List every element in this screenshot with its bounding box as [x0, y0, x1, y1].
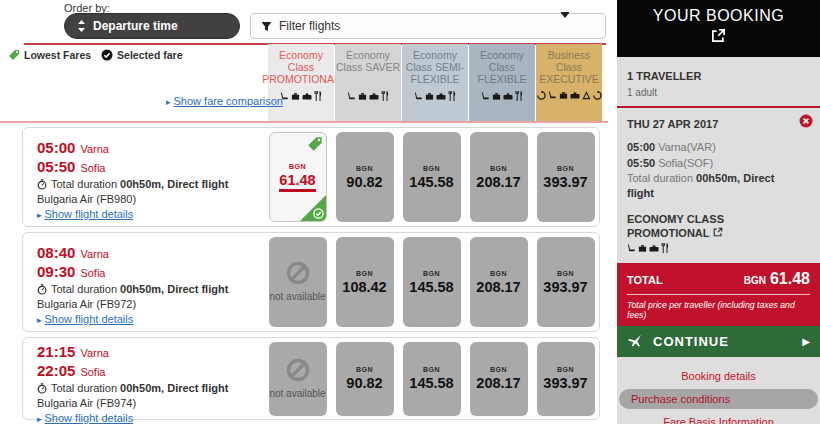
duration-row: Total duration 00h50m, Direct flight	[37, 381, 264, 396]
arrival-city: Sofia	[80, 162, 105, 174]
amenity-icons	[481, 91, 523, 101]
column-title-line: FLEXIBLE	[477, 73, 526, 85]
flight-date: THU 27 APR 2017	[627, 118, 810, 130]
column-title-line: Economy	[406, 49, 464, 61]
green-tag-icon	[8, 49, 24, 61]
fare-tile[interactable]: BGN90.82	[336, 342, 394, 416]
total-label: TOTAL	[627, 274, 744, 286]
filter-flights-dropdown[interactable]: Filter flights	[250, 13, 606, 39]
column-title-line: Economy	[477, 49, 526, 61]
fare-tile-selected[interactable]: BGN 61.48	[269, 132, 327, 222]
booking-departure-place: Varna(VAR)	[658, 141, 716, 153]
seat-icon	[414, 92, 423, 101]
fare-tile[interactable]: BGN208.17	[470, 237, 528, 327]
column-title-line: PROMOTIONAL	[262, 73, 340, 85]
show-flight-details-link[interactable]: ▸Show flight details	[37, 312, 264, 328]
fare-tile[interactable]: BGN145.58	[403, 237, 461, 327]
fare-column-economy-semi-flexible[interactable]: Economy Class SEMI- FLEXIBLE	[402, 44, 468, 121]
fare-column-business-executive[interactable]: Business Class EXECUTIVE	[536, 44, 602, 121]
currency-label: BGN	[356, 270, 373, 277]
briefcase-icon	[559, 91, 568, 100]
refund-icon	[593, 91, 602, 100]
remove-segment-icon[interactable]	[799, 114, 813, 128]
meal-icon	[381, 91, 389, 101]
continue-button[interactable]: CONTINUE ▶	[617, 326, 820, 357]
triangle-bullet-icon: ▸	[37, 414, 42, 424]
booking-arrival-place: Sofia(SOF)	[658, 157, 713, 169]
flight-row-fb974: 21:15Varna 22:05Sofia Total duration 00h…	[22, 337, 600, 420]
show-fare-comparison-link[interactable]: ▸Show fare comparison	[166, 95, 283, 107]
baggage-icon	[649, 244, 659, 253]
airline-flight-number: Bulgaria Air (FB980)	[37, 192, 264, 207]
booking-details-link[interactable]: Booking details	[619, 370, 818, 382]
traveller-section: 1 TRAVELLER 1 adult	[617, 57, 820, 106]
fare-tile[interactable]: BGN145.58	[403, 132, 461, 222]
arrival-row: 22:05Sofia	[37, 362, 264, 381]
departure-time: 21:15	[37, 343, 75, 360]
currency-label: BGN	[557, 366, 574, 373]
fare-basis-information-link[interactable]: Fare Basis Information	[619, 416, 818, 424]
currency-label: BGN	[490, 165, 507, 172]
fare-tile[interactable]: BGN90.82	[336, 132, 394, 222]
itinerary-section: THU 27 APR 2017 05:00Varna(VAR) 05:50Sof…	[617, 108, 820, 253]
sort-button-label: Departure time	[93, 19, 178, 33]
fare-class-headers: Economy Class PROMOTIONAL Economy Class …	[268, 44, 603, 121]
stopwatch-icon	[37, 383, 51, 394]
duration-row: Total duration 00h50m, Direct flight	[37, 282, 264, 297]
traveller-count: 1 TRAVELLER	[627, 70, 810, 82]
selected-fare-class: ECONOMY CLASS PROMOTIONAL	[627, 212, 777, 240]
column-title-line: Economy	[336, 49, 400, 61]
sort-departure-time-button[interactable]: Departure time	[64, 13, 240, 39]
currency-label: BGN	[423, 270, 440, 277]
header-divider	[0, 121, 608, 123]
filter-label: Filter flights	[279, 19, 340, 33]
flight-row-fb972: 08:40Varna 09:30Sofia Total duration 00h…	[22, 232, 600, 332]
fare-price: 108.42	[342, 279, 386, 295]
total-note: Total price per traveller (including tax…	[627, 300, 810, 320]
amenity-icons	[280, 91, 322, 101]
fare-price: 393.97	[543, 174, 587, 190]
fare-tile[interactable]: BGN393.97	[537, 237, 595, 327]
fare-tile[interactable]: BGN393.97	[537, 132, 595, 222]
dropdown-caret-icon[interactable]	[560, 11, 570, 20]
lounge-icon	[582, 91, 591, 100]
booking-panel-title: YOUR BOOKING	[617, 7, 820, 25]
external-link-icon[interactable]	[711, 28, 726, 43]
column-title-line: Class	[262, 61, 340, 73]
baggage-icon	[436, 92, 446, 101]
legend-selected-fare-label: Selected fare	[117, 49, 182, 61]
fare-tile[interactable]: BGN145.58	[403, 342, 461, 416]
baggage-icon	[570, 91, 580, 100]
column-title-line: FLEXIBLE	[406, 73, 464, 85]
fare-tile[interactable]: BGN208.17	[470, 342, 528, 416]
arrival-time: 22:05	[37, 362, 75, 379]
fare-tile[interactable]: BGN393.97	[537, 342, 595, 416]
fare-column-economy-saver[interactable]: Economy Class SAVER	[335, 44, 401, 121]
booking-panel-header: YOUR BOOKING	[617, 0, 820, 57]
show-flight-details-link[interactable]: ▸Show flight details	[37, 207, 264, 223]
arrival-time: 05:50	[37, 158, 75, 175]
flight-info: 05:00Varna 05:50Sofia Total duration 00h…	[23, 128, 264, 226]
external-link-icon[interactable]	[710, 227, 723, 237]
check-circle-icon	[101, 49, 117, 61]
stopwatch-icon	[37, 179, 51, 190]
show-flight-details-link[interactable]: ▸Show flight details	[37, 411, 264, 424]
departure-row: 05:00Varna	[37, 139, 264, 158]
triangle-bullet-icon: ▸	[166, 97, 171, 107]
purchase-conditions-link[interactable]: Purchase conditions	[619, 389, 818, 409]
arrival-city: Sofia	[80, 366, 105, 378]
airplane-icon	[627, 334, 642, 349]
arrival-time: 09:30	[37, 263, 75, 280]
fare-tile[interactable]: BGN108.42	[336, 237, 394, 327]
fare-tile-unavailable: not available	[269, 237, 327, 327]
not-available-label: not available	[269, 388, 325, 400]
fare-price: 145.58	[409, 174, 453, 190]
column-title-line: EXECUTIVE	[539, 73, 599, 85]
fare-cells: not available BGN90.82 BGN145.58 BGN208.…	[264, 338, 599, 419]
briefcase-icon	[638, 244, 647, 253]
fare-tile[interactable]: BGN208.17	[470, 132, 528, 222]
column-title-line: Class	[539, 61, 599, 73]
fare-column-economy-flexible[interactable]: Economy Class FLEXIBLE	[469, 44, 535, 121]
fare-column-economy-promotional[interactable]: Economy Class PROMOTIONAL	[268, 44, 334, 121]
duration-value: 00h50m, Direct flight	[120, 177, 228, 192]
